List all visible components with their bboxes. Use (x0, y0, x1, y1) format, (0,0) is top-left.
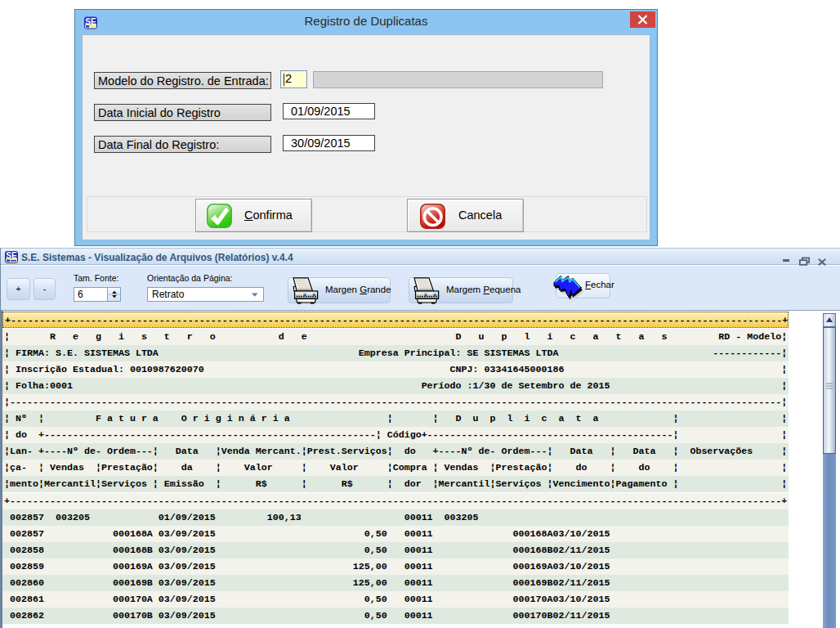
svg-text:SE: SE (6, 251, 17, 260)
